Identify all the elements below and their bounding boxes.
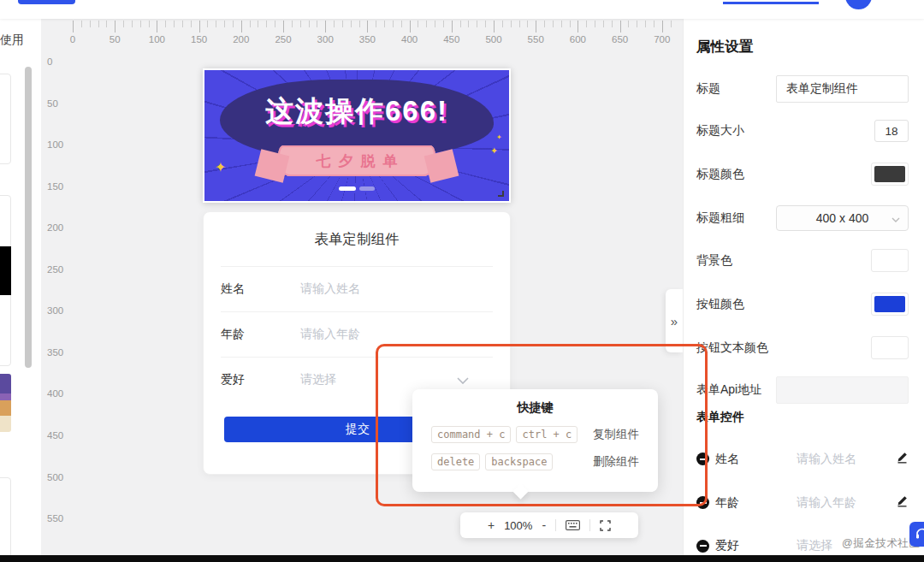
select-value: 400 x 400: [816, 211, 869, 225]
field-label: 年龄: [221, 327, 300, 342]
h-ruler-label: 0: [70, 34, 75, 44]
title-weight-select[interactable]: 400 x 400: [776, 205, 909, 231]
component-thumbnail[interactable]: [0, 74, 11, 164]
remove-field-icon[interactable]: [696, 453, 709, 465]
carousel-dots[interactable]: [339, 186, 375, 191]
button-text-color-picker[interactable]: [871, 336, 909, 359]
kbd-key: command + c: [431, 426, 511, 443]
h-ruler-label: 650: [612, 34, 628, 44]
banner-title: 这波操作666!: [204, 92, 509, 131]
support-headset-button[interactable]: [909, 522, 924, 547]
banner-carousel-component[interactable]: 这波操作666! 七夕脱单 ✦ ✦ ✦: [203, 68, 511, 203]
v-ruler-label: 100: [47, 139, 63, 150]
form-api-input[interactable]: [776, 376, 909, 404]
field-label: 姓名: [221, 281, 300, 297]
fullscreen-icon[interactable]: [600, 520, 611, 531]
control-row: 姓名 请输入姓名: [696, 451, 909, 467]
banner-ribbon: 七夕脱单: [278, 145, 435, 176]
sidebar-scrollbar[interactable]: [25, 67, 32, 368]
shortcut-row: delete backspace 删除组件: [412, 453, 658, 470]
property-label: 按钮颜色: [696, 297, 744, 312]
top-header: [0, 0, 924, 19]
kbd-key: delete: [431, 453, 480, 470]
property-row-button-color: 按钮颜色: [696, 293, 909, 316]
v-ruler-label: 450: [47, 430, 63, 441]
h-ruler-label: 700: [654, 34, 670, 44]
double-chevron-right-icon: »: [671, 314, 678, 328]
h-ruler-label: 400: [401, 34, 418, 44]
property-label: 标题大小: [696, 123, 744, 139]
component-sidebar: 使用: [0, 19, 41, 562]
carousel-dot[interactable]: [359, 186, 375, 191]
property-row-title-size: 标题大小: [696, 120, 909, 142]
tooltip-title: 快捷键: [412, 389, 658, 416]
property-label: 标题粗细: [696, 210, 744, 226]
remove-field-icon[interactable]: [696, 496, 709, 509]
button-color-picker[interactable]: [871, 293, 909, 316]
property-row-title: 标题: [696, 75, 909, 103]
edit-pencil-icon[interactable]: [896, 451, 909, 467]
shortcuts-tooltip: 快捷键 command + c ctrl + c 复制组件 delete bac…: [412, 389, 658, 492]
color-swatch: [874, 340, 905, 356]
bottom-bar: [0, 555, 924, 562]
v-ruler-label: 250: [47, 264, 63, 275]
field-label: 爱好: [221, 372, 300, 387]
property-label: 标题颜色: [696, 167, 744, 182]
headset-icon: [915, 528, 924, 541]
watermark: @掘金技术社区: [842, 536, 920, 551]
zoom-out-button[interactable]: -: [542, 518, 546, 532]
form-field-row: 姓名 请输入姓名: [221, 266, 493, 311]
field-select[interactable]: 请选择: [300, 372, 336, 387]
v-ruler-label: 400: [47, 388, 63, 399]
field-input[interactable]: 请输入年龄: [300, 327, 360, 342]
field-input[interactable]: 请输入姓名: [300, 281, 360, 297]
edit-pencil-icon[interactable]: [896, 494, 909, 511]
horizontal-ruler: [73, 21, 677, 33]
remove-field-icon[interactable]: [696, 540, 709, 553]
page: 使用 0501001502002503003504004505005506006…: [0, 0, 924, 562]
divider: [555, 519, 556, 531]
component-thumbnail[interactable]: [0, 374, 11, 432]
zoom-in-button[interactable]: +: [488, 518, 495, 532]
sparkle-icon: ✦: [496, 133, 502, 141]
form-title: 表单定制组件: [204, 212, 510, 266]
v-ruler-label: 350: [47, 347, 63, 358]
property-row-bg-color: 背景色: [696, 249, 909, 272]
bg-color-picker[interactable]: [871, 249, 909, 272]
h-ruler-label: 500: [485, 34, 501, 44]
title-color-picker[interactable]: [871, 163, 909, 186]
h-ruler-label: 600: [570, 34, 586, 44]
title-size-input[interactable]: [874, 120, 909, 142]
h-ruler-label: 250: [275, 34, 291, 44]
zoom-level: 100%: [504, 519, 532, 532]
divider: [589, 519, 590, 531]
title-input[interactable]: [776, 75, 909, 103]
resize-handle-icon[interactable]: [498, 191, 504, 197]
partial-primary-button[interactable]: [18, 0, 75, 4]
sparkle-icon: ✦: [490, 145, 498, 157]
property-label: 标题: [696, 81, 720, 97]
control-placeholder: 请输入年龄: [797, 495, 856, 511]
v-ruler-label: 300: [47, 305, 63, 316]
panel-collapse-button[interactable]: »: [666, 289, 683, 352]
property-label: 表单Api地址: [696, 382, 761, 398]
v-ruler-label: 150: [47, 181, 63, 192]
v-ruler-label: 200: [47, 222, 63, 233]
h-ruler-label: 100: [149, 34, 165, 44]
carousel-dot-active[interactable]: [339, 186, 356, 191]
property-row-title-weight: 标题粗细 400 x 400: [696, 205, 909, 231]
shortcut-keys: command + c ctrl + c: [431, 426, 578, 443]
component-thumbnail[interactable]: [0, 477, 11, 562]
color-swatch: [874, 252, 905, 269]
form-controls-title: 表单控件: [696, 410, 744, 425]
h-ruler-label: 350: [359, 34, 376, 44]
h-ruler-label: 50: [110, 34, 121, 44]
chevron-down-icon[interactable]: [457, 372, 469, 387]
form-field-row: 年龄 请输入年龄: [221, 311, 493, 357]
component-thumbnail[interactable]: [0, 246, 11, 295]
h-ruler-label: 550: [528, 34, 544, 44]
v-ruler-label: 500: [47, 472, 63, 482]
v-ruler-label: 550: [47, 513, 63, 524]
user-avatar[interactable]: [845, 0, 872, 9]
keyboard-shortcuts-icon[interactable]: [566, 520, 580, 530]
